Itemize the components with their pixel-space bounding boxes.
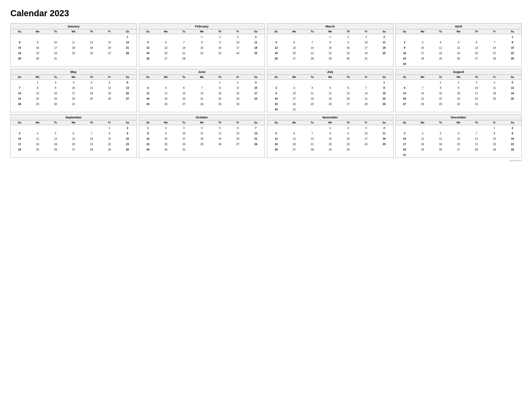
day-cell: 17 <box>47 45 65 50</box>
day-cell <box>432 125 450 131</box>
day-cell: 10 <box>229 39 247 45</box>
day-cell <box>414 125 432 131</box>
day-headers: SuMoTuWeThFrSa <box>267 29 393 34</box>
day-cell: 25 <box>375 50 393 56</box>
day-cell: 15 <box>321 136 339 141</box>
day-cell: 18 <box>375 136 393 141</box>
day-header-sa: Sa <box>375 75 393 79</box>
day-cell: 29 <box>504 56 522 61</box>
day-header-tu: Tu <box>175 29 193 34</box>
day-cell: 9 <box>229 85 247 90</box>
day-cell: 30 <box>47 101 65 107</box>
day-cell: 8 <box>139 131 157 136</box>
day-cell: 8 <box>211 85 229 90</box>
day-cell: 18 <box>83 90 101 96</box>
day-cell: 11 <box>485 85 504 90</box>
day-headers: SuMoTuWeThFrSa <box>139 120 265 125</box>
day-cell <box>193 80 211 85</box>
day-cell: 15 <box>101 136 119 141</box>
day-cell: 20 <box>101 45 119 50</box>
day-cell: 31 <box>285 107 304 112</box>
day-cell: 19 <box>504 90 522 96</box>
day-cell: 28 <box>175 56 193 61</box>
day-cell: 14 <box>303 136 321 141</box>
day-cell: 4 <box>375 34 393 39</box>
day-cell: 10 <box>468 85 486 90</box>
day-cell <box>321 80 339 85</box>
day-cell: 15 <box>193 45 211 50</box>
day-cell <box>267 125 285 131</box>
day-cell: 8 <box>193 39 211 45</box>
day-cell: 24 <box>396 147 414 152</box>
day-cell <box>357 107 375 112</box>
day-cell: 26 <box>432 147 450 152</box>
day-cell: 18 <box>65 45 83 50</box>
day-cell: 3 <box>357 34 375 39</box>
day-cell: 6 <box>118 80 137 85</box>
day-cell: 27 <box>101 50 119 56</box>
day-cell: 4 <box>193 125 211 131</box>
day-cell: 13 <box>285 45 304 50</box>
day-cell: 10 <box>65 85 83 90</box>
day-cell: 2 <box>504 125 522 131</box>
day-header-we: We <box>193 120 211 125</box>
day-cell: 6 <box>175 85 193 90</box>
day-cell: 24 <box>414 56 432 61</box>
day-cell: 12 <box>432 136 450 141</box>
day-cell: 18 <box>139 96 157 101</box>
day-cell: 24 <box>229 50 247 56</box>
day-cell: 5 <box>211 125 229 131</box>
month-february: FebruarySuMoTuWeThFrSa123456789101112131… <box>139 23 265 67</box>
day-cell <box>375 147 393 152</box>
day-cell: 23 <box>396 56 414 61</box>
day-cell: 19 <box>432 141 450 147</box>
day-cell: 4 <box>139 85 157 90</box>
day-cell: 18 <box>485 90 504 96</box>
day-cell <box>118 101 137 107</box>
day-cell: 9 <box>118 131 137 136</box>
day-header-th: Th <box>83 120 101 125</box>
day-cell <box>47 34 65 39</box>
day-cell: 30 <box>339 147 357 152</box>
month-august: AugustSuMoTuWeThFrSa12345678910111213141… <box>395 69 522 112</box>
day-header-tu: Tu <box>175 75 193 79</box>
day-cell: 28 <box>247 141 265 147</box>
day-cell <box>396 80 414 85</box>
day-cell: 1 <box>504 34 522 39</box>
day-cell: 11 <box>375 39 393 45</box>
day-cell: 31 <box>47 56 65 61</box>
day-cell: 29 <box>139 147 157 152</box>
day-cell: 28 <box>303 56 321 61</box>
footer-text: colomio.com <box>10 159 522 162</box>
day-cell: 14 <box>468 136 486 141</box>
day-cell: 20 <box>65 141 83 147</box>
day-cell <box>468 125 486 131</box>
day-cell <box>432 61 450 67</box>
day-header-fr: Fr <box>229 29 247 34</box>
day-cell <box>139 34 157 39</box>
day-cell <box>193 56 211 61</box>
day-cell: 19 <box>157 96 175 101</box>
day-cell: 27 <box>175 101 193 107</box>
day-cell: 17 <box>247 90 265 96</box>
day-header-su: Su <box>396 75 414 79</box>
day-cell: 14 <box>485 45 504 50</box>
day-cell: 19 <box>101 90 119 96</box>
day-cell: 27 <box>118 96 137 101</box>
day-cell: 20 <box>285 141 304 147</box>
day-cell <box>468 34 486 39</box>
day-header-fr: Fr <box>485 29 504 34</box>
month-december: DecemberSuMoTuWeThFrSa123456789101112131… <box>395 114 522 158</box>
day-cell: 8 <box>11 39 29 45</box>
day-header-sa: Sa <box>118 75 137 79</box>
day-cell: 21 <box>303 141 321 147</box>
day-cell: 5 <box>449 39 468 45</box>
day-cell: 28 <box>468 147 486 152</box>
day-header-fr: Fr <box>101 75 119 79</box>
day-cell: 7 <box>11 85 29 90</box>
day-cell: 8 <box>432 85 450 90</box>
day-header-th: Th <box>468 75 486 79</box>
day-cell: 30 <box>267 107 285 112</box>
day-cell: 25 <box>485 96 504 101</box>
day-header-th: Th <box>468 120 486 125</box>
